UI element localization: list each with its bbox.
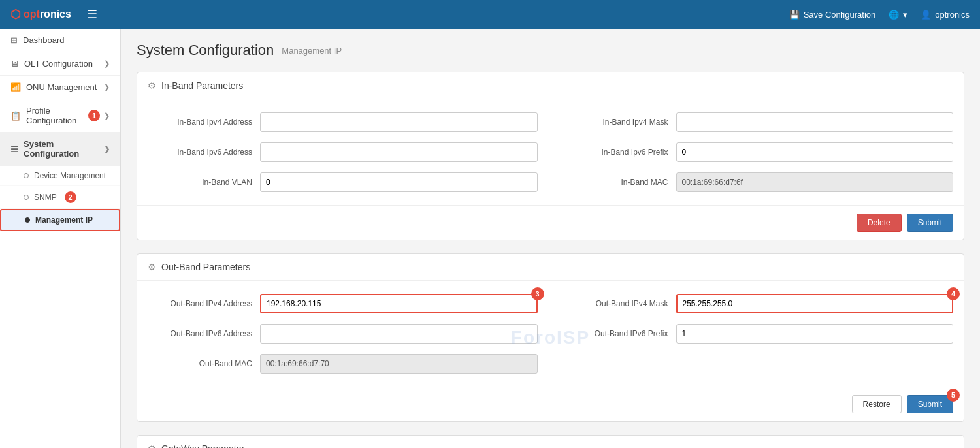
snmp-badge: 2	[65, 191, 76, 203]
inband-section: ⚙ In-Band Parameters In-Band Ipv4 Addres…	[137, 72, 964, 240]
inband-ipv6-prefix-row: In-Band Ipv6 Prefix	[564, 142, 954, 162]
outband-ipv4-mask-row: Out-Band IPv4 Mask 4	[564, 294, 954, 313]
outband-ipv6-addr-label: Out-Band IPv6 Address	[148, 329, 252, 338]
profile-arrow: ❯	[104, 112, 110, 120]
sidebar-item-olt-config[interactable]: 🖥 OLT Configuration ❯	[0, 52, 120, 76]
snmp-bullet	[24, 195, 29, 200]
dashboard-icon: ⊞	[10, 35, 18, 45]
globe-icon: 🌐	[889, 10, 899, 20]
sidebar-item-dashboard[interactable]: ⊞ Dashboard	[0, 29, 120, 52]
outband-section-footer: Restore Submit 5	[137, 387, 964, 421]
hamburger-button[interactable]: ☰	[82, 5, 103, 24]
sidebar-sub-device-mgmt[interactable]: Device Management	[0, 166, 120, 186]
inband-section-header: ⚙ In-Band Parameters	[137, 72, 964, 99]
mgmt-ip-bullet	[25, 217, 30, 223]
outband-ipv6-prefix-label: Out-Band IPv6 Prefix	[564, 329, 668, 338]
device-mgmt-bullet	[24, 173, 29, 178]
outband-ipv4-addr-input[interactable]	[260, 294, 538, 313]
layout: ⊞ Dashboard 🖥 OLT Configuration ❯ 📶 ONU …	[0, 29, 980, 448]
save-config-button[interactable]: 💾 Save Configuration	[789, 10, 876, 20]
outband-ipv4-addr-row: Out-Band IPv4 Address 3	[148, 294, 538, 313]
badge5: 5	[947, 389, 960, 402]
outband-section-icon: ⚙	[148, 262, 156, 272]
inband-ipv4-mask-row: In-Band Ipv4 Mask	[564, 112, 954, 132]
outband-ipv6-prefix-input[interactable]	[676, 324, 954, 344]
language-selector[interactable]: 🌐 ▾	[889, 10, 907, 20]
inband-section-icon: ⚙	[148, 80, 156, 91]
sidebar-item-profile-config[interactable]: 📋 Profile Configuration 1 ❯	[0, 99, 120, 133]
olt-arrow: ❯	[104, 59, 110, 68]
outband-ipv6-prefix-row: Out-Band IPv6 Prefix	[564, 324, 954, 344]
gateway-section-header: ⚙ GateWay Parameter	[137, 436, 964, 448]
save-icon: 💾	[789, 10, 800, 20]
inband-vlan-input[interactable]	[260, 172, 538, 192]
profile-icon: 📋	[10, 111, 21, 121]
user-menu[interactable]: 👤 optronics	[921, 10, 970, 20]
inband-vlan-label: In-Band VLAN	[148, 178, 252, 187]
outband-mac-row: Out-Band MAC	[148, 354, 538, 374]
outband-ipv6-addr-row: Out-Band IPv6 Address	[148, 324, 538, 344]
sidebar-sub-snmp[interactable]: SNMP 2	[0, 186, 120, 209]
inband-form-grid: In-Band Ipv4 Address In-Band Ipv4 Mask I…	[148, 112, 953, 192]
outband-mac-input	[260, 354, 538, 374]
page-title: System Configuration	[137, 42, 274, 59]
badge3: 3	[531, 287, 544, 300]
olt-icon: 🖥	[10, 59, 19, 69]
inband-section-footer: Delete Submit	[137, 205, 964, 240]
user-icon: 👤	[921, 10, 931, 20]
outband-ipv4-addr-label: Out-Band IPv4 Address	[148, 299, 252, 308]
navbar: ⬡ optronics ☰ 💾 Save Configuration 🌐 ▾ 👤…	[0, 0, 980, 29]
inband-ipv6-prefix-input[interactable]	[676, 142, 954, 162]
outband-section-body: Out-Band IPv4 Address 3 Out-Band IPv4 Ma…	[137, 281, 964, 387]
onu-arrow: ❯	[104, 83, 110, 91]
page-header: System Configuration Management IP	[137, 42, 964, 59]
outband-ipv4-mask-label: Out-Band IPv4 Mask	[564, 299, 668, 308]
inband-ipv4-mask-label: In-Band Ipv4 Mask	[564, 118, 668, 127]
logo-text: optronics	[24, 8, 71, 20]
main-content: System Configuration Management IP ⚙ In-…	[121, 29, 980, 448]
inband-mac-label: In-Band MAC	[564, 178, 668, 187]
inband-ipv6-addr-row: In-Band Ipv6 Address	[148, 142, 538, 162]
sidebar: ⊞ Dashboard 🖥 OLT Configuration ❯ 📶 ONU …	[0, 29, 121, 448]
inband-ipv4-mask-input[interactable]	[676, 112, 954, 132]
inband-vlan-row: In-Band VLAN	[148, 172, 538, 192]
gateway-section: ⚙ GateWay Parameter IPv4 GateWay 6 IPv6 …	[137, 435, 964, 448]
sidebar-item-system-config[interactable]: ☰ System Configuration ❯	[0, 133, 120, 166]
navbar-left: ⬡ optronics ☰	[10, 5, 103, 24]
navbar-right: 💾 Save Configuration 🌐 ▾ 👤 optronics	[789, 10, 970, 20]
outband-section-header: ⚙ Out-Band Parameters	[137, 254, 964, 281]
gateway-section-icon: ⚙	[148, 443, 156, 448]
outband-ipv4-mask-input[interactable]	[676, 294, 954, 313]
outband-form-grid: Out-Band IPv4 Address 3 Out-Band IPv4 Ma…	[148, 294, 953, 374]
outband-mac-label: Out-Band MAC	[148, 359, 252, 368]
system-arrow: ❯	[104, 145, 110, 153]
inband-ipv6-prefix-label: In-Band Ipv6 Prefix	[564, 148, 668, 157]
inband-delete-button[interactable]: Delete	[857, 214, 902, 232]
sidebar-item-onu-mgmt[interactable]: 📶 ONU Management ❯	[0, 76, 120, 99]
inband-ipv4-addr-input[interactable]	[260, 112, 538, 132]
logo: ⬡ optronics	[10, 7, 71, 22]
outband-restore-button[interactable]: Restore	[852, 395, 902, 413]
badge4: 4	[947, 287, 960, 300]
inband-mac-row: In-Band MAC	[564, 172, 954, 192]
inband-ipv4-addr-label: In-Band Ipv4 Address	[148, 118, 252, 127]
page-subtitle: Management IP	[282, 46, 342, 56]
inband-ipv6-addr-input[interactable]	[260, 142, 538, 162]
inband-submit-button[interactable]: Submit	[907, 214, 953, 232]
logo-icon: ⬡	[10, 7, 21, 22]
profile-badge: 1	[88, 110, 100, 121]
inband-ipv6-addr-label: In-Band Ipv6 Address	[148, 148, 252, 157]
outband-section: ForoISP ⚙ Out-Band Parameters Out-Band I…	[137, 253, 964, 422]
outband-submit-button[interactable]: Submit	[907, 395, 953, 413]
inband-section-body: In-Band Ipv4 Address In-Band Ipv4 Mask I…	[137, 99, 964, 205]
outband-ipv6-addr-input[interactable]	[260, 324, 538, 344]
inband-ipv4-addr-row: In-Band Ipv4 Address	[148, 112, 538, 132]
sidebar-sub-management-ip[interactable]: Management IP	[0, 209, 120, 231]
onu-icon: 📶	[10, 82, 21, 92]
inband-mac-input	[676, 172, 954, 192]
system-icon: ☰	[10, 144, 18, 154]
